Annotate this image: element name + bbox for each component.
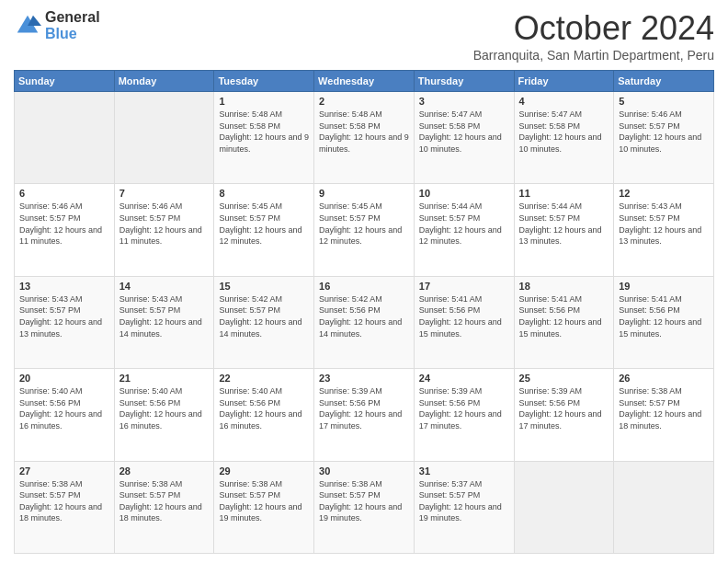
calendar-cell [15, 92, 115, 184]
day-detail: Sunrise: 5:46 AMSunset: 5:57 PMDaylight:… [19, 201, 109, 247]
calendar-week-row: 13Sunrise: 5:43 AMSunset: 5:57 PMDayligh… [15, 276, 714, 368]
calendar-cell: 8Sunrise: 5:45 AMSunset: 5:57 PMDaylight… [214, 184, 314, 276]
day-detail: Sunrise: 5:45 AMSunset: 5:57 PMDaylight:… [319, 201, 409, 247]
calendar-cell: 21Sunrise: 5:40 AMSunset: 5:56 PMDayligh… [114, 369, 214, 461]
sunrise-text: Sunrise: 5:38 AM [19, 478, 109, 490]
sunset-text: Sunset: 5:57 PM [219, 213, 309, 224]
daylight-text: Daylight: 12 hours and 11 minutes. [119, 224, 210, 247]
day-number: 8 [219, 188, 309, 199]
daylight-text: Daylight: 12 hours and 16 minutes. [219, 408, 309, 431]
calendar-cell: 16Sunrise: 5:42 AMSunset: 5:56 PMDayligh… [314, 276, 415, 368]
daylight-text: Daylight: 12 hours and 18 minutes. [119, 501, 210, 524]
day-number: 20 [19, 373, 109, 384]
calendar-cell: 12Sunrise: 5:43 AMSunset: 5:57 PMDayligh… [614, 184, 714, 276]
sunset-text: Sunset: 5:56 PM [419, 397, 509, 409]
calendar-cell [114, 92, 214, 184]
calendar-cell [514, 461, 614, 553]
day-number: 21 [119, 373, 210, 384]
sunrise-text: Sunrise: 5:40 AM [119, 385, 210, 397]
day-detail: Sunrise: 5:40 AMSunset: 5:56 PMDaylight:… [119, 385, 210, 431]
logo-blue: Blue [45, 26, 100, 42]
sunset-text: Sunset: 5:57 PM [419, 489, 509, 501]
subtitle: Barranquita, San Martin Department, Peru [473, 48, 714, 63]
day-detail: Sunrise: 5:44 AMSunset: 5:57 PMDaylight:… [419, 201, 509, 247]
day-detail: Sunrise: 5:43 AMSunset: 5:57 PMDaylight:… [619, 201, 709, 247]
daylight-text: Daylight: 12 hours and 18 minutes. [619, 408, 709, 431]
day-number: 27 [19, 465, 109, 477]
sunrise-text: Sunrise: 5:44 AM [519, 201, 609, 213]
day-number: 14 [119, 281, 210, 292]
day-detail: Sunrise: 5:38 AMSunset: 5:57 PMDaylight:… [319, 478, 409, 524]
calendar-cell: 26Sunrise: 5:38 AMSunset: 5:57 PMDayligh… [614, 369, 714, 461]
calendar-cell: 31Sunrise: 5:37 AMSunset: 5:57 PMDayligh… [414, 461, 514, 553]
daylight-text: Daylight: 12 hours and 10 minutes. [619, 132, 709, 155]
day-number: 19 [619, 281, 709, 292]
sunset-text: Sunset: 5:57 PM [19, 489, 109, 501]
day-number: 17 [419, 281, 509, 292]
day-number: 6 [19, 188, 109, 199]
day-number: 4 [519, 96, 609, 107]
calendar-cell: 4Sunrise: 5:47 AMSunset: 5:58 PMDaylight… [514, 92, 614, 184]
daylight-text: Daylight: 12 hours and 17 minutes. [519, 408, 609, 431]
weekday-header: Monday [114, 71, 214, 92]
calendar-cell: 2Sunrise: 5:48 AMSunset: 5:58 PMDaylight… [314, 92, 415, 184]
calendar-cell: 24Sunrise: 5:39 AMSunset: 5:56 PMDayligh… [414, 369, 514, 461]
day-detail: Sunrise: 5:38 AMSunset: 5:57 PMDaylight:… [119, 478, 210, 524]
day-number: 7 [119, 188, 210, 199]
sunset-text: Sunset: 5:56 PM [319, 397, 409, 409]
weekday-header: Wednesday [314, 71, 415, 92]
day-number: 25 [519, 373, 609, 384]
daylight-text: Daylight: 12 hours and 16 minutes. [19, 408, 109, 431]
day-detail: Sunrise: 5:47 AMSunset: 5:58 PMDaylight:… [419, 109, 509, 155]
weekday-header: Friday [514, 71, 614, 92]
day-detail: Sunrise: 5:39 AMSunset: 5:56 PMDaylight:… [519, 385, 609, 431]
calendar-week-row: 20Sunrise: 5:40 AMSunset: 5:56 PMDayligh… [15, 369, 714, 461]
sunset-text: Sunset: 5:57 PM [119, 213, 210, 224]
day-number: 5 [619, 96, 709, 107]
calendar-week-row: 1Sunrise: 5:48 AMSunset: 5:58 PMDaylight… [15, 92, 714, 184]
sunrise-text: Sunrise: 5:46 AM [619, 109, 709, 121]
page: General Blue October 2024 Barranquita, S… [0, 0, 728, 563]
daylight-text: Daylight: 12 hours and 17 minutes. [319, 408, 409, 431]
day-detail: Sunrise: 5:48 AMSunset: 5:58 PMDaylight:… [319, 109, 409, 155]
daylight-text: Daylight: 12 hours and 15 minutes. [519, 316, 609, 339]
day-number: 10 [419, 188, 509, 199]
sunset-text: Sunset: 5:58 PM [519, 121, 609, 132]
calendar-cell: 13Sunrise: 5:43 AMSunset: 5:57 PMDayligh… [15, 276, 115, 368]
sunset-text: Sunset: 5:57 PM [619, 397, 709, 409]
day-number: 18 [519, 281, 609, 292]
daylight-text: Daylight: 12 hours and 12 minutes. [219, 224, 309, 247]
calendar-cell: 17Sunrise: 5:41 AMSunset: 5:56 PMDayligh… [414, 276, 514, 368]
sunrise-text: Sunrise: 5:43 AM [619, 201, 709, 213]
day-number: 9 [319, 188, 409, 199]
day-number: 29 [219, 465, 309, 477]
daylight-text: Daylight: 12 hours and 19 minutes. [419, 501, 509, 524]
sunrise-text: Sunrise: 5:41 AM [419, 293, 509, 305]
day-number: 15 [219, 281, 309, 292]
month-title: October 2024 [473, 9, 714, 48]
sunset-text: Sunset: 5:56 PM [219, 397, 309, 409]
calendar-week-row: 6Sunrise: 5:46 AMSunset: 5:57 PMDaylight… [15, 184, 714, 276]
calendar-cell: 15Sunrise: 5:42 AMSunset: 5:57 PMDayligh… [214, 276, 314, 368]
sunset-text: Sunset: 5:57 PM [119, 489, 210, 501]
day-number: 12 [619, 188, 709, 199]
sunrise-text: Sunrise: 5:38 AM [219, 478, 309, 490]
sunset-text: Sunset: 5:57 PM [619, 121, 709, 132]
sunset-text: Sunset: 5:57 PM [119, 304, 210, 316]
sunrise-text: Sunrise: 5:38 AM [119, 478, 210, 490]
sunset-text: Sunset: 5:57 PM [319, 489, 409, 501]
sunrise-text: Sunrise: 5:43 AM [19, 293, 109, 305]
calendar-table: SundayMondayTuesdayWednesdayThursdayFrid… [14, 70, 714, 554]
day-detail: Sunrise: 5:46 AMSunset: 5:57 PMDaylight:… [119, 201, 210, 247]
day-detail: Sunrise: 5:47 AMSunset: 5:58 PMDaylight:… [519, 109, 609, 155]
sunrise-text: Sunrise: 5:47 AM [519, 109, 609, 121]
daylight-text: Daylight: 12 hours and 13 minutes. [519, 224, 609, 247]
sunrise-text: Sunrise: 5:42 AM [319, 293, 409, 305]
day-number: 26 [619, 373, 709, 384]
day-detail: Sunrise: 5:39 AMSunset: 5:56 PMDaylight:… [319, 385, 409, 431]
day-detail: Sunrise: 5:42 AMSunset: 5:57 PMDaylight:… [219, 293, 309, 339]
daylight-text: Daylight: 12 hours and 15 minutes. [419, 316, 509, 339]
logo: General Blue [14, 9, 100, 41]
day-detail: Sunrise: 5:40 AMSunset: 5:56 PMDaylight:… [219, 385, 309, 431]
calendar-cell: 27Sunrise: 5:38 AMSunset: 5:57 PMDayligh… [15, 461, 115, 553]
